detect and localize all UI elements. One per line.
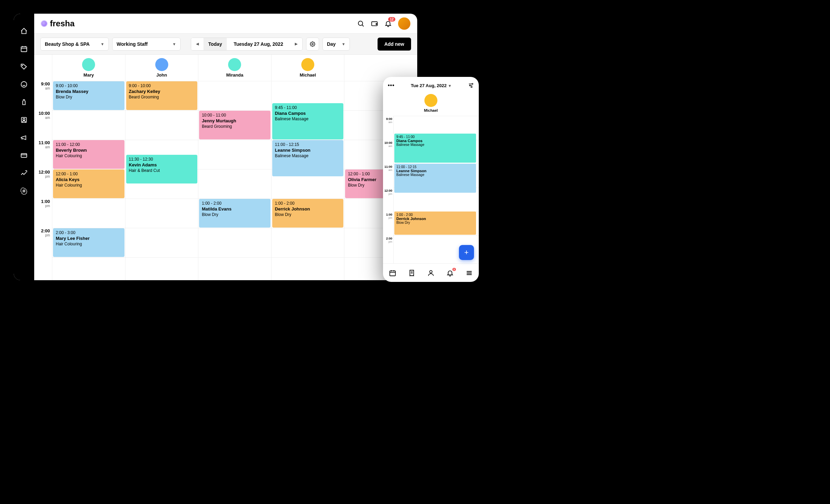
svg-point-4 xyxy=(23,118,25,120)
nav-bell-icon[interactable]: 3 xyxy=(446,269,454,277)
mobile-appointment[interactable]: 1:00 - 2:00Derrick JohnsonBlow Dry xyxy=(394,212,476,235)
smile-icon[interactable] xyxy=(20,81,28,88)
user-icon[interactable] xyxy=(20,116,28,124)
mobile-header: ••• Tue 27 Aug, 2022 ▼ xyxy=(383,77,479,94)
staff-avatar xyxy=(424,94,437,107)
appointment[interactable]: 2:00 - 3:00Mary Lee FisherHair Colouring xyxy=(53,228,124,257)
prev-day-button[interactable]: ◀ xyxy=(191,38,203,50)
appointment[interactable]: 11:00 - 12:15Leanne SimpsonBalinese Mass… xyxy=(272,140,344,176)
mobile-time-label: 9:00am xyxy=(383,117,393,141)
wallet-icon[interactable] xyxy=(371,20,378,27)
appointment-service: Blow Dry xyxy=(275,212,341,217)
staff-column: Michael9:45 - 11:00Diana CamposBalinese … xyxy=(271,55,344,280)
bottle-icon[interactable] xyxy=(20,98,28,106)
svg-point-2 xyxy=(21,82,27,87)
appointment-service: Hair Colouring xyxy=(56,153,122,158)
staff-header[interactable]: Miranda xyxy=(198,55,271,81)
chart-icon[interactable] xyxy=(20,169,28,177)
card-icon[interactable] xyxy=(20,152,28,159)
staff-name-label: Michael xyxy=(300,72,316,78)
appointment[interactable]: 11:00 - 12:00Beverly BrownHair Colouring xyxy=(53,140,124,169)
appointment-time: 12:00 - 1:00 xyxy=(56,172,122,176)
mobile-notification-badge: 3 xyxy=(452,268,456,271)
mobile-appointment[interactable]: 11:00 - 12:15Leanne SimpsonBalinese Mass… xyxy=(394,164,476,193)
time-label: 9:00am xyxy=(34,81,52,111)
appointment-time: 9:00 - 10:00 xyxy=(129,83,195,88)
nav-receipt-icon[interactable] xyxy=(408,269,416,277)
mobile-staff-header: Michael xyxy=(383,94,479,116)
view-selector[interactable]: Day ▼ xyxy=(322,38,350,51)
calendar-grid: 9:00am10:00am11:00am12:00pm1:00pm2:00pm … xyxy=(34,55,417,280)
user-avatar[interactable] xyxy=(398,17,410,30)
appointment[interactable]: 1:00 - 2:00Matilda EvansBlow Dry xyxy=(199,199,271,228)
bell-icon[interactable]: 12 xyxy=(384,20,392,27)
svg-point-1 xyxy=(22,65,23,66)
appointment-time: 11:00 - 12:15 xyxy=(396,165,474,169)
staff-filter-selector[interactable]: Working Staff ▼ xyxy=(112,38,181,51)
notification-badge: 12 xyxy=(388,17,395,22)
svg-point-12 xyxy=(471,86,472,87)
staff-header[interactable]: Michael xyxy=(272,55,344,81)
appointment-client: Leanne Simpson xyxy=(396,169,474,173)
appointment-client: Derrick Johnson xyxy=(396,217,474,221)
search-icon[interactable] xyxy=(357,20,365,27)
appointment[interactable]: 1:00 - 2:00Derrick JohnsonBlow Dry xyxy=(272,199,344,228)
time-column: 9:00am10:00am11:00am12:00pm1:00pm2:00pm xyxy=(34,55,52,280)
staff-column: John9:00 - 10:00Zachary KelleyBeard Groo… xyxy=(125,55,198,280)
appointment[interactable]: 11:30 - 12:30Kevin AdamsHair & Beard Cut xyxy=(126,155,198,183)
time-label: 10:00am xyxy=(34,111,52,140)
appointment[interactable]: 9:00 - 10:00Zachary KelleyBeard Grooming xyxy=(126,81,198,110)
more-icon[interactable]: ••• xyxy=(388,82,395,88)
appointment-service: Balinese Massage xyxy=(396,143,474,147)
chevron-down-icon: ▼ xyxy=(101,42,104,46)
appointment-client: Beverly Brown xyxy=(56,148,122,153)
time-label: 1:00pm xyxy=(34,199,52,228)
appointment-client: Leanne Simpson xyxy=(275,148,341,153)
staff-header[interactable]: Mary xyxy=(52,55,125,81)
mobile-appointment[interactable]: 9:45 - 11:00Diana CamposBalinese Massage xyxy=(394,134,476,163)
megaphone-icon[interactable] xyxy=(20,134,28,141)
time-label: 2:00pm xyxy=(34,228,52,258)
staff-avatar xyxy=(301,58,314,71)
nav-menu-icon[interactable] xyxy=(465,269,473,277)
staff-header[interactable]: John xyxy=(126,55,198,81)
appointment-time: 10:00 - 11:00 xyxy=(202,113,268,118)
svg-point-10 xyxy=(472,83,473,84)
location-label: Beauty Shop & SPA xyxy=(45,41,90,47)
appointment-time: 11:00 - 12:15 xyxy=(275,142,341,147)
appointment-service: Blow Dry xyxy=(56,95,122,99)
home-icon[interactable] xyxy=(20,27,28,35)
appointment-time: 2:00 - 3:00 xyxy=(56,230,122,235)
appointment-service: Balinese Massage xyxy=(275,117,341,121)
svg-point-11 xyxy=(470,85,471,86)
calendar-icon[interactable] xyxy=(20,45,28,53)
appointment-time: 9:00 - 10:00 xyxy=(56,83,122,88)
brand-name: fresha xyxy=(50,19,75,28)
location-selector[interactable]: Beauty Shop & SPA ▼ xyxy=(40,38,109,51)
today-button[interactable]: Today xyxy=(203,38,227,50)
tag-icon[interactable] xyxy=(20,63,28,70)
appointment[interactable]: 12:00 - 1:00Alicia KeysHair Colouring xyxy=(53,169,124,198)
appointment-client: Matilda Evans xyxy=(202,206,268,212)
nav-user-icon[interactable] xyxy=(427,269,435,277)
mobile-date-display[interactable]: Tue 27 Aug, 2022 ▼ xyxy=(395,83,468,88)
date-display[interactable]: Tuesday 27 Aug, 2022 xyxy=(227,38,290,50)
appointment-time: 1:00 - 2:00 xyxy=(202,201,268,206)
filter-icon[interactable] xyxy=(468,82,474,88)
appointment-time: 9:45 - 11:00 xyxy=(396,135,474,139)
settings-icon[interactable] xyxy=(20,187,28,195)
appointment[interactable]: 9:00 - 10:00Brenda MasseyBlow Dry xyxy=(53,81,124,110)
appointment[interactable]: 10:00 - 11:00Jenny MurtaughBeard Groomin… xyxy=(199,111,271,139)
mobile-time-label: 12:00pm xyxy=(383,189,393,213)
appointment-service: Beard Grooming xyxy=(129,95,195,99)
add-new-button[interactable]: Add new xyxy=(378,38,411,51)
nav-calendar-icon[interactable] xyxy=(389,269,396,277)
appointment[interactable]: 9:45 - 11:00Diana CamposBalinese Massage xyxy=(272,103,344,139)
staff-column: Mary9:00 - 10:00Brenda MasseyBlow Dry11:… xyxy=(52,55,125,280)
appointment-client: Derrick Johnson xyxy=(275,206,341,212)
add-button[interactable]: + xyxy=(459,245,474,260)
calendar-settings-button[interactable] xyxy=(306,38,319,51)
staff-name-label: Miranda xyxy=(226,72,243,78)
next-day-button[interactable]: ▶ xyxy=(290,38,302,50)
appointment-client: Diana Campos xyxy=(275,111,341,116)
